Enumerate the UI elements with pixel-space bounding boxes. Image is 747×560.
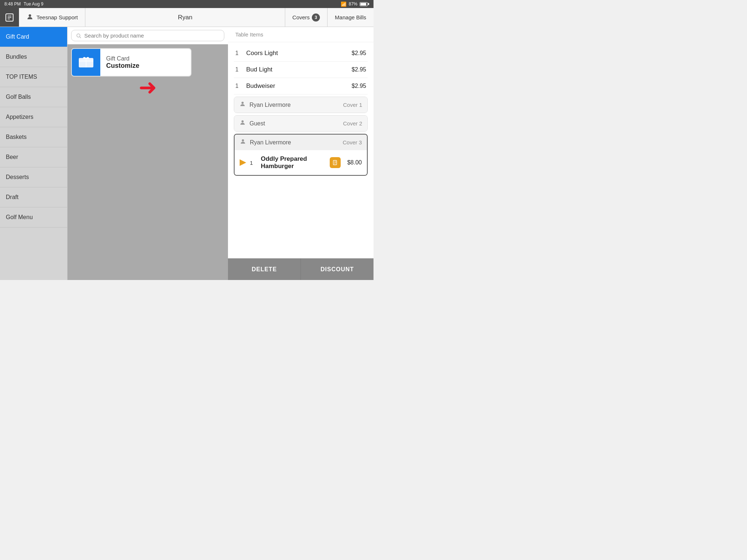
cover-label-2: Cover 2 [343,120,362,127]
svg-point-5 [77,34,80,37]
battery-icon [360,2,369,6]
cover-item-qty: 1 [250,160,257,166]
cover-section-1[interactable]: Ryan Livermore Cover 1 [234,97,368,113]
person-icon [240,138,246,147]
wifi-icon: 📶 [341,1,347,7]
gift-card-product[interactable]: Gift Card Customize [71,48,191,77]
gift-card-icon [72,48,100,77]
logo [0,8,19,27]
header: Teesnap Support Ryan Covers 3 Manage Bil… [0,8,374,27]
cover-section-3[interactable]: Ryan Livermore Cover 3 1 Oddly Prepared … [234,134,368,176]
svg-point-12 [242,139,244,141]
item-name: Bud Light [246,66,352,73]
cover-name-1: Ryan Livermore [249,102,339,108]
search-wrapper[interactable] [71,30,224,41]
battery-percentage: 87% [349,1,357,7]
person-icon [239,101,246,109]
sidebar-item-top-items[interactable]: TOP ITEMS [0,67,67,87]
sidebar-item-golf-balls[interactable]: Golf Balls [0,87,67,107]
flag-icon [240,159,246,166]
order-items-list: 1 Coors Light $2.95 1 Bud Light $2.95 1 … [228,42,374,258]
gift-card-text: Gift Card Customize [100,52,145,73]
sidebar-item-golf-menu[interactable]: Golf Menu [0,207,67,228]
gift-card-name: Gift Card [106,55,139,62]
cover-label-3: Cover 3 [342,139,362,145]
cover-header-1[interactable]: Ryan Livermore Cover 1 [234,97,367,113]
item-name: Budweiser [246,82,352,90]
bottom-bar: DELETE DISCOUNT [228,258,374,280]
item-name: Coors Light [246,50,352,57]
cover-items-3: 1 Oddly Prepared Hamburger $8.00 [235,150,367,175]
item-qty: 1 [235,50,246,57]
item-price: $2.95 [352,50,366,57]
svg-marker-13 [240,159,246,166]
gift-card-customize: Customize [106,62,139,70]
covers-badge: 3 [312,13,320,22]
svg-point-4 [29,14,31,17]
arrow-indicator: ➜ [71,77,224,98]
main-layout: Gift Card Bundles TOP ITEMS Golf Balls A… [0,27,374,280]
user-name: Teesnap Support [36,14,78,20]
user-icon [26,13,34,22]
cover-header-3[interactable]: Ryan Livermore Cover 3 [235,135,367,150]
sidebar-item-gift-card[interactable]: Gift Card [0,27,67,47]
svg-point-11 [241,120,244,122]
cover-header-2[interactable]: Guest Cover 2 [234,116,367,131]
note-icon[interactable] [330,157,341,168]
sidebar-item-desserts[interactable]: Desserts [0,167,67,187]
table-name[interactable]: Ryan [85,8,285,27]
sidebar-item-beer[interactable]: Beer [0,147,67,167]
sidebar-item-baskets[interactable]: Baskets [0,127,67,147]
sidebar-item-appetizers[interactable]: Appetizers [0,107,67,127]
cover-name-2: Guest [249,120,339,127]
search-icon [76,33,81,39]
cover-item-row[interactable]: 1 Oddly Prepared Hamburger $8.00 [240,153,362,172]
search-bar [67,27,228,44]
status-bar: 8:48 PM Tue Aug 9 📶 87% [0,0,374,8]
svg-point-10 [241,102,244,104]
sidebar-item-draft[interactable]: Draft [0,187,67,207]
product-grid: Gift Card Customize ➜ [67,44,228,280]
svg-line-6 [80,36,81,38]
covers-label: Covers [293,14,310,20]
item-qty: 1 [235,83,246,89]
person-icon [239,119,246,128]
status-date: Tue Aug 9 [24,1,43,7]
cover-item-price: $8.00 [347,159,362,166]
right-panel: Table Items 1 Coors Light $2.95 1 Bud Li… [228,27,374,280]
manage-bills-tab[interactable]: Manage Bills [328,8,374,27]
table-row[interactable]: 1 Bud Light $2.95 [234,62,368,78]
user-header[interactable]: Teesnap Support [19,8,85,27]
covers-tab[interactable]: Covers 3 [285,8,328,27]
cover-item-name: Oddly Prepared Hamburger [261,155,326,170]
item-price: $2.95 [352,83,366,89]
cover-section-2[interactable]: Guest Cover 2 [234,115,368,132]
product-area: Gift Card Customize ➜ [67,27,228,280]
cover-name-3: Ryan Livermore [250,139,339,146]
item-qty: 1 [235,66,246,73]
table-items-header: Table Items [228,27,374,42]
discount-button[interactable]: DISCOUNT [301,258,374,280]
status-time: 8:48 PM [4,1,21,7]
arrow-icon: ➜ [139,77,157,98]
cover-label-1: Cover 1 [343,102,362,108]
search-input[interactable] [84,32,220,39]
table-row[interactable]: 1 Budweiser $2.95 [234,78,368,94]
table-row[interactable]: 1 Coors Light $2.95 [234,45,368,62]
sidebar-item-bundles[interactable]: Bundles [0,47,67,67]
delete-button[interactable]: DELETE [228,258,301,280]
item-price: $2.95 [352,66,366,73]
category-sidebar: Gift Card Bundles TOP ITEMS Golf Balls A… [0,27,67,280]
